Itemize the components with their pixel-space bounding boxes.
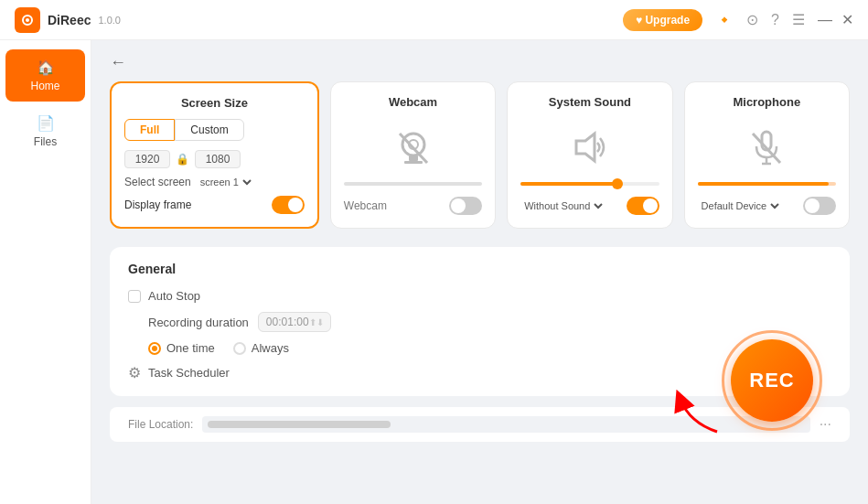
duration-value: 00:01:00 bbox=[266, 316, 309, 328]
mic-slider-fill bbox=[698, 182, 830, 186]
duration-input[interactable]: 00:01:00 ⬆⬇ bbox=[258, 312, 331, 332]
resolution-row: 🔒 bbox=[124, 150, 305, 168]
arrow-icon bbox=[671, 381, 726, 436]
sidebar-item-home-label: Home bbox=[30, 80, 59, 92]
microphone-icon bbox=[744, 124, 789, 170]
microphone-title: Microphone bbox=[733, 95, 800, 109]
sound-slider-fill bbox=[520, 182, 617, 186]
webcam-card-bottom: Webcam bbox=[344, 197, 482, 215]
file-location-bar bbox=[208, 421, 391, 428]
custom-size-button[interactable]: Custom bbox=[175, 119, 243, 141]
svg-marker-7 bbox=[576, 134, 595, 161]
main-layout: 🏠 Home 📄 Files ← Screen Size Full Custom… bbox=[0, 40, 868, 504]
display-frame-label: Display frame bbox=[124, 198, 191, 211]
auto-stop-label: Auto Stop bbox=[148, 289, 200, 303]
full-size-button[interactable]: Full bbox=[124, 119, 175, 141]
screen-size-card: Screen Size Full Custom 🔒 Select screen … bbox=[110, 81, 319, 229]
lock-icon: 🔒 bbox=[176, 153, 189, 166]
rec-container: REC bbox=[722, 330, 822, 431]
mic-dropdown[interactable]: Default Device bbox=[698, 199, 782, 212]
one-time-radio[interactable] bbox=[148, 342, 161, 355]
task-scheduler-label: Task Scheduler bbox=[148, 366, 230, 380]
webcam-card: Webcam Webcam bbox=[330, 81, 496, 229]
sidebar-item-files[interactable]: 📄 Files bbox=[5, 105, 85, 157]
rec-button[interactable]: REC bbox=[731, 339, 813, 422]
system-sound-title: System Sound bbox=[549, 95, 631, 109]
screen-select[interactable]: screen 1 bbox=[197, 176, 254, 188]
record-icon[interactable]: ⊙ bbox=[746, 11, 758, 28]
menu-icon[interactable]: ☰ bbox=[792, 11, 805, 28]
auto-stop-row: Auto Stop bbox=[128, 289, 831, 303]
recording-duration-label: Recording duration bbox=[148, 316, 249, 329]
size-toggle: Full Custom bbox=[124, 119, 305, 141]
display-frame-toggle[interactable] bbox=[272, 196, 305, 214]
system-sound-icon bbox=[567, 124, 613, 170]
always-label: Always bbox=[252, 341, 289, 355]
sound-slider-row bbox=[520, 182, 659, 186]
sound-slider-track[interactable] bbox=[520, 182, 659, 186]
always-option[interactable]: Always bbox=[233, 341, 289, 355]
sidebar-item-home[interactable]: 🏠 Home bbox=[5, 49, 85, 102]
title-bar: DiReec 1.0.0 ♥ Upgrade 🔸 ⊙ ? ☰ — ✕ bbox=[0, 0, 868, 40]
svg-rect-5 bbox=[404, 161, 423, 164]
minimize-button[interactable]: — bbox=[818, 12, 832, 28]
gear-icon: ⚙ bbox=[128, 364, 141, 381]
sidebar-item-files-label: Files bbox=[34, 135, 57, 148]
back-button[interactable]: ← bbox=[110, 53, 126, 72]
app-version: 1.0.0 bbox=[98, 15, 120, 26]
webcam-label: Webcam bbox=[344, 199, 387, 212]
system-sound-icon-area bbox=[567, 123, 613, 171]
microphone-toggle[interactable] bbox=[803, 197, 836, 215]
svg-point-1 bbox=[26, 18, 29, 22]
close-button[interactable]: ✕ bbox=[841, 11, 853, 28]
microphone-card: Microphone Default Device bbox=[684, 81, 850, 229]
home-icon: 🏠 bbox=[37, 59, 55, 76]
select-screen-row: Select screen screen 1 bbox=[124, 176, 305, 188]
microphone-card-bottom: Default Device bbox=[698, 197, 836, 215]
files-icon: 📄 bbox=[37, 114, 55, 132]
content-area: ← Screen Size Full Custom 🔒 Select scree… bbox=[91, 40, 868, 504]
one-time-label: One time bbox=[166, 341, 215, 355]
upgrade-button[interactable]: ♥ Upgrade bbox=[623, 9, 702, 31]
width-input[interactable] bbox=[124, 150, 170, 168]
window-controls: — ✕ bbox=[818, 11, 853, 28]
webcam-icon-area bbox=[391, 123, 436, 171]
sound-dropdown[interactable]: Without Sound bbox=[520, 199, 605, 212]
cards-row: Screen Size Full Custom 🔒 Select screen … bbox=[110, 81, 850, 229]
display-frame-row: Display frame bbox=[124, 196, 305, 214]
rec-outer-ring: REC bbox=[722, 330, 822, 431]
webcam-icon bbox=[391, 124, 436, 170]
title-bar-left: DiReec 1.0.0 bbox=[15, 7, 121, 33]
screen-size-title: Screen Size bbox=[124, 96, 305, 110]
mic-slider-track[interactable] bbox=[698, 182, 836, 186]
help-icon[interactable]: ? bbox=[771, 12, 779, 28]
svg-rect-4 bbox=[409, 155, 418, 161]
webcam-title: Webcam bbox=[389, 95, 437, 109]
title-bar-right: ♥ Upgrade 🔸 ⊙ ? ☰ — ✕ bbox=[623, 9, 853, 31]
arrow-container bbox=[671, 381, 726, 440]
webcam-toggle[interactable] bbox=[449, 197, 482, 215]
select-screen-label: Select screen bbox=[124, 176, 191, 188]
microphone-icon-area bbox=[744, 123, 789, 171]
sound-slider-thumb bbox=[612, 178, 623, 189]
general-title: General bbox=[128, 262, 831, 276]
svg-point-2 bbox=[402, 134, 424, 155]
duration-spinner: ⬆⬇ bbox=[309, 317, 324, 327]
webcam-slider[interactable] bbox=[344, 182, 482, 186]
app-name: DiReec bbox=[48, 13, 91, 27]
one-time-option[interactable]: One time bbox=[148, 341, 215, 355]
coin-icon[interactable]: 🔸 bbox=[715, 11, 734, 28]
app-logo bbox=[15, 7, 40, 33]
system-sound-card: System Sound bbox=[507, 81, 672, 229]
height-input[interactable] bbox=[195, 150, 241, 168]
recording-duration-row: Recording duration 00:01:00 ⬆⬇ bbox=[128, 312, 831, 332]
system-sound-card-bottom: Without Sound bbox=[520, 197, 659, 215]
sidebar: 🏠 Home 📄 Files bbox=[0, 40, 91, 504]
file-location-label: File Location: bbox=[128, 418, 193, 431]
system-sound-toggle[interactable] bbox=[627, 197, 659, 215]
always-radio[interactable] bbox=[233, 342, 246, 355]
auto-stop-checkbox[interactable] bbox=[128, 290, 141, 303]
